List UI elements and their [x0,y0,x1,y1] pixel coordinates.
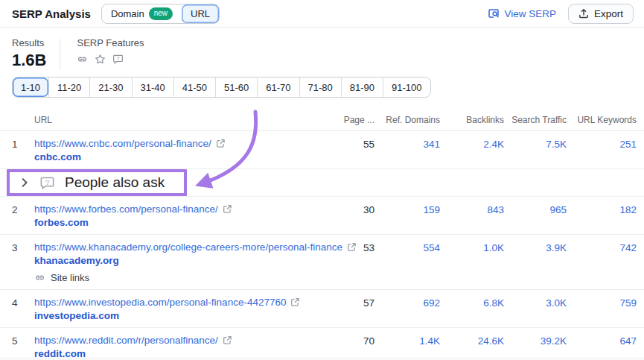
people-also-ask-icon: ? [39,175,55,191]
backlinks-value[interactable]: 24.6K [440,335,504,347]
result-url: https://www.khanacademy.org/college-care… [34,241,342,253]
backlinks-value[interactable]: 1.0K [440,241,504,253]
search-traffic-value[interactable]: 3.0K [504,297,567,309]
external-link-icon[interactable] [223,204,232,214]
svg-text:?: ? [45,177,50,186]
people-also-ask-feature-icon: ? [112,54,124,65]
result-url-link[interactable]: https://www.cnbc.com/personal-finance/ [34,138,331,149]
external-link-icon[interactable] [216,139,226,148]
pagination-tab-21-30[interactable]: 21-30 [89,78,131,97]
ref-domains-value[interactable]: 554 [374,241,440,253]
result-url: https://www.reddit.com/r/personalfinance… [34,335,218,346]
new-badge: new [149,7,173,20]
result-url: https://www.forbes.com/personal-finance/ [34,203,218,215]
backlinks-value[interactable]: 2.4K [440,138,504,150]
pagination-tab-1-10[interactable]: 1-10 [13,78,48,97]
ref-domains-value[interactable]: 1.4K [374,335,440,347]
result-url: https://www.investopedia.com/personal-fi… [34,297,286,308]
col-header-search-traffic: Search Traffic [504,115,567,125]
search-traffic-value[interactable]: 3.9K [504,241,567,253]
url-cell: https://www.forbes.com/personal-finance/… [34,203,331,228]
expand-chevron-icon[interactable] [19,177,30,188]
external-link-icon[interactable] [223,335,232,345]
page-score-value: 57 [331,297,374,309]
view-serp-button[interactable]: View SERP [488,7,556,19]
results-value: 1.6B [12,51,46,70]
row-position: 1 [12,138,34,150]
ref-domains-value[interactable]: 692 [374,297,440,309]
result-domain-link[interactable]: investopedia.com [34,310,331,321]
ref-domains-value[interactable]: 341 [374,138,440,150]
sitelinks-icon [34,272,45,283]
domain-url-toggle: Domain new URL [101,4,220,24]
pagination-tab-41-50[interactable]: 41-50 [173,78,215,97]
stats-divider [60,39,60,70]
external-link-icon[interactable] [290,297,300,307]
backlinks-value[interactable]: 6.8K [440,297,504,309]
top-bar: SERP Analysis Domain new URL View SERP [0,0,644,28]
export-button[interactable]: Export [568,4,634,24]
serp-features-icons: ? [77,54,144,65]
tab-url-label: URL [191,8,210,19]
stats-section: Results 1.6B SERP Features [0,28,644,70]
tab-domain[interactable]: Domain new [102,4,182,23]
table-header: URL Page ... Ref. Domains Backlinks Sear… [0,109,644,131]
url-cell: https://www.cnbc.com/personal-finance/ c… [34,138,331,162]
table-row: 5 https://www.reddit.com/r/personalfinan… [0,328,644,360]
result-domain-link[interactable]: forbes.com [34,217,331,228]
col-header-url: URL [34,115,331,125]
ref-domains-value[interactable]: 159 [374,203,440,215]
url-keywords-value[interactable]: 251 [567,138,637,150]
reviews-feature-icon [95,54,106,65]
page-score-value: 30 [331,203,374,215]
pagination-tab-91-100[interactable]: 91-100 [383,78,430,97]
backlinks-value[interactable]: 843 [440,203,504,215]
serp-features-label: SERP Features [77,37,144,48]
people-also-ask-label: People also ask [65,174,165,191]
result-url-link[interactable]: https://www.khanacademy.org/college-care… [34,241,331,253]
serp-features-stat: SERP Features ? [77,37,144,70]
view-serp-icon [488,7,500,19]
url-keywords-value[interactable]: 647 [567,335,637,347]
pagination: 1-10 11-20 21-30 31-40 41-50 51-60 61-70… [12,77,431,98]
result-url-link[interactable]: https://www.reddit.com/r/personalfinance… [34,335,331,346]
result-url-link[interactable]: https://www.forbes.com/personal-finance/ [34,203,331,215]
page-title: SERP Analysis [12,7,91,20]
pagination-tab-51-60[interactable]: 51-60 [215,78,257,97]
sitelinks-feature-icon [77,54,88,65]
tab-url[interactable]: URL [182,4,219,23]
svg-text:?: ? [117,56,120,61]
table-row: 4 https://www.investopedia.com/personal-… [0,290,644,328]
result-url: https://www.cnbc.com/personal-finance/ [34,138,211,149]
url-keywords-value[interactable]: 182 [567,203,637,215]
col-header-page: Page ... [331,115,374,125]
results-label: Results [12,37,46,48]
url-cell: https://www.reddit.com/r/personalfinance… [34,335,331,359]
people-also-ask-row[interactable]: ? People also ask [0,169,644,197]
col-header-ref-domains: Ref. Domains [374,115,440,125]
result-url-link[interactable]: https://www.investopedia.com/personal-fi… [34,297,331,308]
table-row: 1 https://www.cnbc.com/personal-finance/… [0,131,644,169]
table-row: 2 https://www.forbes.com/personal-financ… [0,197,644,235]
pagination-tab-11-20[interactable]: 11-20 [48,78,89,97]
url-cell: https://www.investopedia.com/personal-fi… [34,297,331,321]
table-row: 3 https://www.khanacademy.org/college-ca… [0,235,644,290]
people-also-ask-highlight-box: ? People also ask [7,169,187,196]
result-domain-link[interactable]: cnbc.com [34,151,331,162]
result-domain-link[interactable]: khanacademy.org [34,255,331,266]
url-cell: https://www.khanacademy.org/college-care… [34,241,331,283]
search-traffic-value[interactable]: 39.2K [504,335,567,347]
pagination-tab-71-80[interactable]: 71-80 [299,78,341,97]
pagination-tab-61-70[interactable]: 61-70 [257,78,299,97]
search-traffic-value[interactable]: 7.5K [504,138,567,150]
search-traffic-value[interactable]: 965 [504,203,567,215]
row-position: 5 [12,335,34,347]
url-keywords-value[interactable]: 742 [567,241,637,253]
page-score-value: 55 [331,138,374,150]
page-score-value: 70 [331,335,374,347]
url-keywords-value[interactable]: 759 [567,297,637,309]
col-header-url-keywords: URL Keywords [567,115,637,125]
pagination-tab-81-90[interactable]: 81-90 [341,78,383,97]
pagination-tab-31-40[interactable]: 31-40 [132,78,173,97]
view-serp-label: View SERP [504,8,556,19]
